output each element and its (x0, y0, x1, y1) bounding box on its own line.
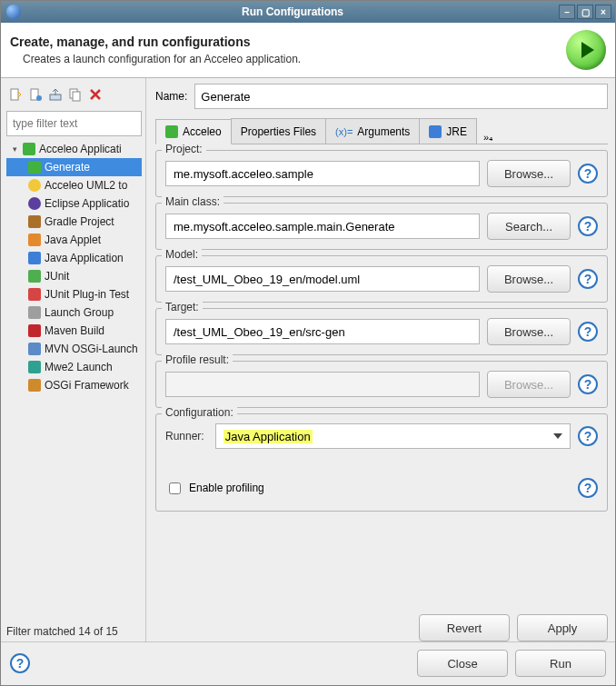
acceleo-icon (28, 161, 41, 174)
maven-icon (28, 324, 41, 337)
tree-item-label: Gradle Project (45, 215, 114, 228)
launch-group-icon (28, 306, 41, 319)
tree-item[interactable]: Mwe2 Launch (6, 358, 142, 376)
tree-item[interactable]: Eclipse Applicatio (6, 194, 142, 213)
filter-input[interactable] (6, 111, 142, 136)
window-titlebar: Run Configurations – ▢ × (1, 1, 615, 23)
svg-point-2 (36, 95, 42, 101)
gradle-icon (28, 215, 41, 228)
help-icon[interactable]: ? (578, 426, 598, 446)
app-icon (6, 5, 21, 19)
target-input[interactable] (165, 319, 480, 344)
tree-item-label: Eclipse Applicatio (45, 197, 129, 210)
tab-properties[interactable]: Properties Files (231, 118, 326, 144)
java-app-icon (28, 252, 41, 264)
tab-arguments[interactable]: (x)= Arguments (325, 118, 420, 144)
main-class-input[interactable] (165, 214, 480, 239)
tree-item-label: OSGi Framework (45, 379, 129, 392)
new-proto-icon[interactable] (28, 87, 43, 102)
target-group-label: Target: (162, 301, 203, 313)
export-icon[interactable] (48, 87, 63, 102)
tree-item-label: Maven Build (45, 324, 104, 337)
eclipse-icon (28, 197, 41, 210)
tree-item-selected[interactable]: Generate (6, 158, 142, 176)
revert-button[interactable]: Revert (419, 614, 510, 641)
tree-item[interactable]: Launch Group (6, 303, 142, 322)
osgi-icon (28, 379, 41, 392)
run-large-icon (566, 30, 606, 70)
target-browse-button[interactable]: Browse... (487, 318, 571, 345)
filter-status: Filter matched 14 of 15 (6, 621, 142, 641)
config-group-label: Configuration: (162, 406, 237, 419)
help-icon[interactable]: ? (578, 216, 598, 236)
main-class-search-button[interactable]: Search... (487, 213, 571, 240)
enable-profiling-checkbox[interactable]: Enable profiling (165, 480, 264, 497)
enable-profiling-label: Enable profiling (189, 482, 264, 494)
dialog-help-icon[interactable]: ? (10, 653, 30, 673)
minimize-button[interactable]: – (559, 5, 575, 19)
profile-group-label: Profile result: (162, 353, 233, 366)
tab-label: Arguments (357, 125, 410, 138)
help-icon[interactable]: ? (578, 269, 598, 289)
config-tree[interactable]: ▾ Acceleo Applicati Generate Acceleo UML… (6, 140, 142, 621)
project-browse-button[interactable]: Browse... (487, 160, 571, 187)
dialog-header: Create, manage, and run configurations C… (1, 23, 615, 78)
expander-icon[interactable]: ▾ (10, 144, 19, 154)
tree-item[interactable]: MVN OSGi-Launch (6, 340, 142, 358)
tree-item[interactable]: Java Applet (6, 231, 142, 249)
tab-acceleo[interactable]: Acceleo (155, 119, 232, 144)
close-button[interactable]: Close (417, 650, 508, 677)
runner-label: Runner: (165, 430, 204, 442)
mvn-osgi-icon (28, 343, 41, 355)
model-input[interactable] (165, 266, 480, 292)
acceleo-uml-icon (28, 179, 41, 192)
apply-button[interactable]: Apply (517, 614, 608, 641)
main-class-group-label: Main class: (162, 195, 224, 208)
enable-profiling-input[interactable] (169, 482, 181, 494)
model-group-label: Model: (162, 248, 202, 261)
tab-label: JRE (446, 125, 467, 138)
runner-value: Java Application (224, 430, 313, 443)
svg-rect-5 (73, 92, 80, 101)
tab-overflow[interactable]: »₄ (476, 132, 500, 144)
help-icon[interactable]: ? (578, 374, 598, 394)
help-icon[interactable]: ? (578, 322, 598, 342)
tree-item-label: Java Application (45, 252, 124, 264)
jre-icon (429, 125, 442, 138)
tree-item[interactable]: Acceleo UML2 to (6, 176, 142, 194)
help-icon[interactable]: ? (578, 164, 598, 184)
run-button[interactable]: Run (515, 650, 606, 677)
dialog-subtitle: Creates a launch configuration for an Ac… (23, 53, 301, 65)
delete-icon[interactable] (88, 87, 103, 102)
tree-item-label: Java Applet (45, 234, 101, 246)
tab-label: Acceleo (183, 125, 222, 138)
project-input[interactable] (165, 161, 480, 186)
tree-item-label: Acceleo UML2 to (45, 179, 127, 192)
name-label: Name: (155, 90, 187, 103)
svg-rect-0 (11, 89, 18, 100)
tree-item[interactable]: JUnit (6, 267, 142, 285)
junit-plugin-icon (28, 288, 41, 301)
new-config-icon[interactable] (8, 87, 23, 102)
tab-jre[interactable]: JRE (419, 118, 477, 144)
tree-item[interactable]: Gradle Project (6, 213, 142, 231)
tree-item-label: Generate (45, 161, 90, 174)
help-icon[interactable]: ? (578, 478, 598, 498)
duplicate-icon[interactable] (68, 87, 83, 102)
profile-input (165, 372, 480, 397)
maximize-button[interactable]: ▢ (577, 5, 593, 19)
tree-item[interactable]: JUnit Plug-in Test (6, 285, 142, 303)
name-input[interactable] (194, 84, 608, 109)
runner-select[interactable]: Java Application (215, 423, 571, 449)
tree-item[interactable]: Maven Build (6, 322, 142, 340)
mwe2-icon (28, 361, 41, 373)
tree-item-label: Launch Group (45, 306, 114, 319)
model-browse-button[interactable]: Browse... (487, 265, 571, 293)
tree-root[interactable]: ▾ Acceleo Applicati (6, 140, 142, 158)
close-window-button[interactable]: × (595, 5, 611, 19)
tree-root-label: Acceleo Applicati (39, 143, 122, 155)
acceleo-tab-icon (165, 125, 178, 138)
tree-item[interactable]: OSGi Framework (6, 376, 142, 394)
tree-item[interactable]: Java Application (6, 249, 142, 267)
junit-icon (28, 270, 41, 283)
